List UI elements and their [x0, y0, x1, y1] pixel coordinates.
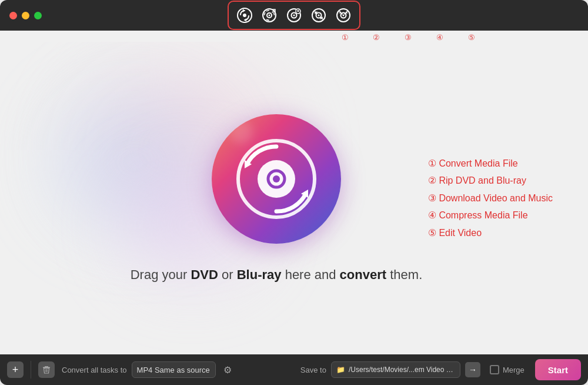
toolbar-icons-group: [228, 1, 360, 30]
trash-button[interactable]: [38, 361, 55, 378]
drag-text-or: or: [222, 267, 237, 282]
toolbar-num-2: ②: [360, 33, 392, 42]
add-button[interactable]: +: [7, 361, 24, 378]
svg-point-11: [318, 15, 320, 16]
svg-rect-22: [43, 367, 50, 369]
toolbar-download-button[interactable]: [283, 4, 305, 26]
toolbar-num-5: ⑤: [456, 33, 487, 42]
start-button[interactable]: Start: [535, 359, 581, 380]
merge-label: Merge: [503, 366, 524, 374]
open-folder-button[interactable]: →: [465, 362, 480, 377]
toolbar-rip-button[interactable]: [258, 4, 280, 26]
format-select[interactable]: MP4 Same as source: [132, 361, 216, 378]
svg-rect-21: [45, 366, 48, 367]
feature-item-2: ② Rip DVD and Blu-ray: [428, 172, 553, 190]
save-label: Save to: [300, 366, 326, 374]
toolbar-numbers: ① ② ③ ④ ⑤: [228, 31, 588, 42]
merge-area: Merge: [490, 365, 524, 374]
merge-checkbox[interactable]: [490, 365, 499, 374]
drag-text-bluray: Blu-ray: [237, 267, 282, 282]
bottombar: + Convert all tasks to MP4 Same as sourc…: [0, 354, 588, 385]
logo-circle: [212, 114, 341, 244]
gear-button[interactable]: ⚙: [220, 363, 235, 377]
app-window: ① ② ③ ④ ⑤: [0, 0, 588, 385]
toolbar-num-1: ①: [329, 33, 360, 42]
toolbar-num-4: ④: [424, 33, 456, 42]
drag-text-pre: Drag your: [131, 267, 191, 282]
feature-item-3: ③ Download Video and Music: [428, 190, 553, 207]
svg-point-14: [343, 15, 345, 16]
toolbar-num-3: ③: [392, 33, 424, 42]
save-path-text: /Users/test/Movies/...em Video Converter: [349, 366, 455, 374]
center-logo-area: Drag your DVD or Blu-ray here and conver…: [131, 114, 423, 283]
folder-icon-small: 📁: [336, 366, 345, 374]
feature-item-1: ① Convert Media File: [428, 155, 553, 172]
convert-label: Convert all tasks to: [62, 366, 127, 374]
titlebar: [0, 0, 588, 31]
svg-point-1: [243, 14, 246, 17]
svg-point-7: [293, 15, 295, 16]
toolbar-convert-button[interactable]: [233, 4, 256, 26]
drag-text-dvd: DVD: [191, 267, 218, 282]
feature-item-5: ⑤ Edit Video: [428, 224, 553, 242]
main-content: Drag your DVD or Blu-ray here and conver…: [0, 42, 588, 354]
drag-text-convert: convert: [340, 267, 386, 282]
minimize-button[interactable]: [22, 12, 29, 19]
drag-text-end: them.: [390, 267, 422, 282]
toolbar-edit-button[interactable]: [332, 4, 355, 26]
feature-item-4: ④ Compress Media File: [428, 207, 553, 224]
drag-text-here: here and: [285, 267, 340, 282]
side-info: ① Convert Media File ② Rip DVD and Blu-r…: [428, 155, 553, 242]
separator-1: [31, 361, 31, 379]
drag-text: Drag your DVD or Blu-ray here and conver…: [131, 267, 423, 283]
svg-point-20: [273, 175, 280, 182]
svg-point-4: [269, 15, 270, 16]
maximize-button[interactable]: [34, 12, 42, 19]
traffic-lights: [9, 12, 42, 19]
save-path: 📁 /Users/test/Movies/...em Video Convert…: [331, 361, 460, 378]
toolbar-compress-button[interactable]: [308, 4, 330, 26]
close-button[interactable]: [9, 12, 17, 19]
